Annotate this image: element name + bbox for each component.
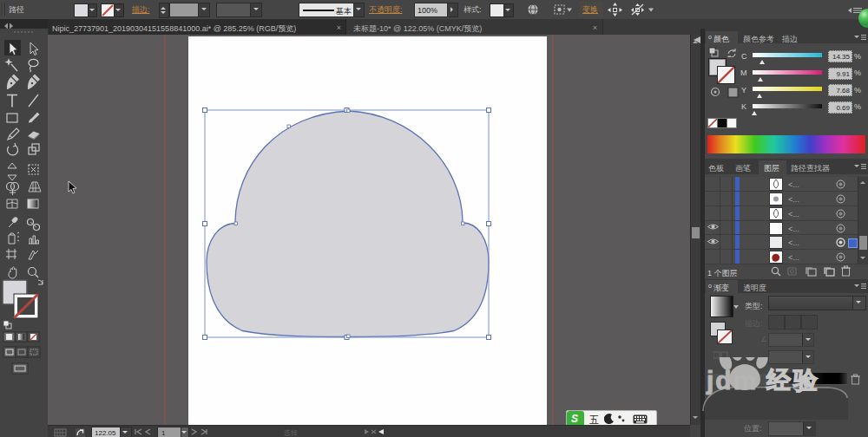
svg-text:经验: 经验 [766, 367, 820, 394]
svg-text:jdm: jdm [706, 366, 758, 395]
